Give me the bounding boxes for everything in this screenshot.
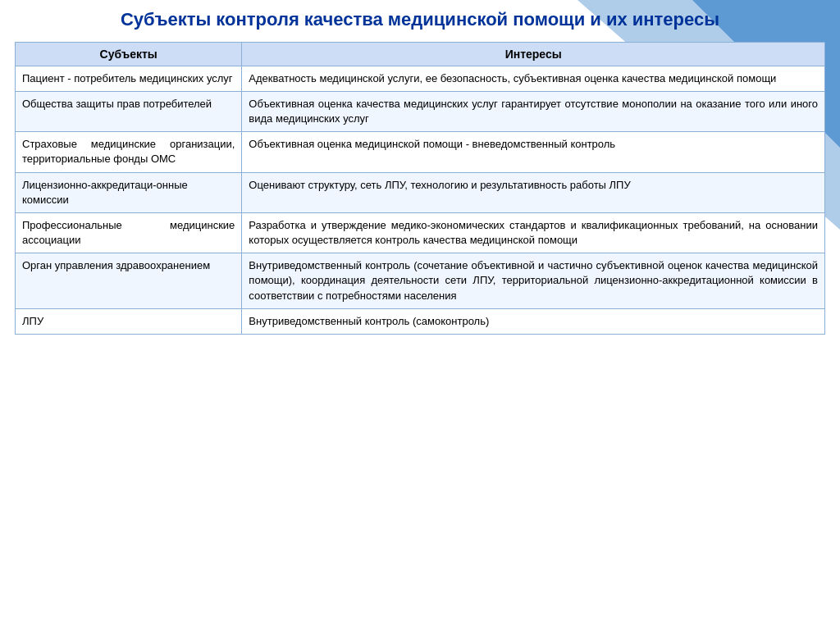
table-cell-interest: Внутриведомственный контроль (сочетание … bbox=[242, 253, 825, 309]
table-cell-interest: Разработка и утверждение медико-экономич… bbox=[242, 212, 825, 253]
table-cell-subject: Общества защиты прав потребителей bbox=[16, 91, 242, 131]
table-row: Лицензионно-аккредитаци-онные комиссииОц… bbox=[16, 172, 825, 212]
table-row: Орган управления здравоохранениемВнутрив… bbox=[16, 253, 825, 309]
table-cell-interest: Внутриведомственный контроль (самоконтро… bbox=[242, 308, 825, 334]
table-cell-interest: Объективная оценка качества медицинских … bbox=[242, 91, 825, 131]
table-row: Общества защиты прав потребителейОбъекти… bbox=[16, 91, 825, 131]
table-cell-interest: Оценивают структуру, сеть ЛПУ, технологи… bbox=[242, 172, 825, 212]
table-row: Профессиональные медицинские ассоциацииР… bbox=[16, 212, 825, 253]
table-cell-interest: Адекватность медицинской услуги, ее безо… bbox=[242, 66, 825, 91]
table-row: ЛПУВнутриведомственный контроль (самокон… bbox=[16, 308, 825, 334]
table-cell-interest: Объективная оценка медицинской помощи - … bbox=[242, 132, 825, 172]
table-cell-subject: Страховые медицинские организации, терри… bbox=[16, 132, 242, 172]
col-header-subjects: Субъекты bbox=[16, 42, 242, 66]
col-header-interests: Интересы bbox=[242, 42, 825, 66]
main-content: Субъекты контроля качества медицинской п… bbox=[0, 0, 840, 343]
table-cell-subject: ЛПУ bbox=[16, 308, 242, 334]
table-cell-subject: Лицензионно-аккредитаци-онные комиссии bbox=[16, 172, 242, 212]
table-row: Пациент - потребитель медицинских услугА… bbox=[16, 66, 825, 91]
page-container: Субъекты контроля качества медицинской п… bbox=[0, 0, 840, 629]
table-cell-subject: Пациент - потребитель медицинских услуг bbox=[16, 66, 242, 91]
subjects-table: Субъекты Интересы Пациент - потребитель … bbox=[15, 42, 825, 335]
table-cell-subject: Орган управления здравоохранением bbox=[16, 253, 242, 309]
table-row: Страховые медицинские организации, терри… bbox=[16, 132, 825, 172]
table-header-row: Субъекты Интересы bbox=[16, 42, 825, 66]
table-body: Пациент - потребитель медицинских услугА… bbox=[16, 66, 825, 334]
page-title: Субъекты контроля качества медицинской п… bbox=[15, 8, 825, 32]
table-cell-subject: Профессиональные медицинские ассоциации bbox=[16, 212, 242, 253]
